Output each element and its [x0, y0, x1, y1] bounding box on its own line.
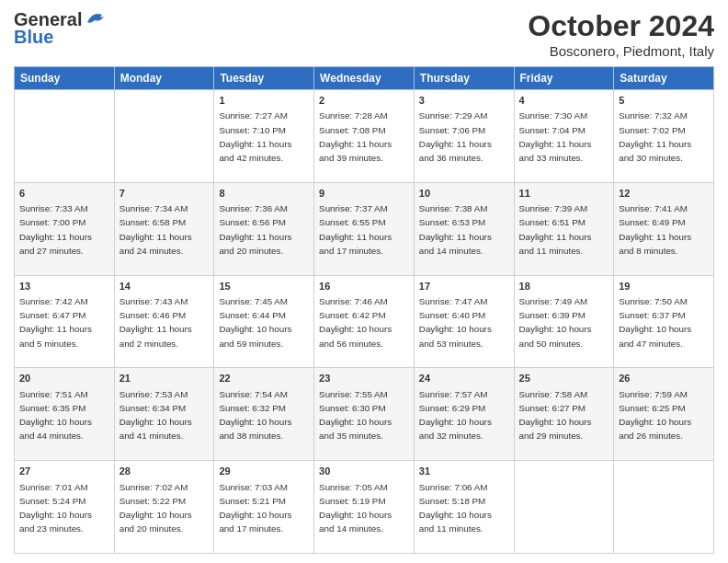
- day-number: 12: [619, 187, 709, 201]
- day-number: 14: [119, 280, 210, 293]
- table-cell: 23 Sunrise: 7:55 AMSunset: 6:30 PMDaylig…: [314, 368, 415, 461]
- location: Bosconero, Piedmont, Italy: [528, 43, 714, 59]
- day-info: Sunrise: 7:54 AMSunset: 6:32 PMDaylight:…: [219, 389, 291, 442]
- day-number: 2: [319, 94, 409, 108]
- day-info: Sunrise: 7:33 AMSunset: 7:00 PMDaylight:…: [19, 203, 92, 256]
- table-cell: 17 Sunrise: 7:47 AMSunset: 6:40 PMDaylig…: [414, 275, 514, 368]
- day-info: Sunrise: 7:05 AMSunset: 5:19 PMDaylight:…: [319, 482, 392, 534]
- day-number: 11: [519, 187, 609, 201]
- logo-bird-icon: [84, 9, 109, 28]
- month-title: October 2024: [528, 9, 714, 43]
- logo: General Blue: [14, 9, 109, 48]
- day-number: 16: [319, 280, 409, 293]
- table-cell: [614, 461, 714, 554]
- calendar-week-row: 20 Sunrise: 7:51 AMSunset: 6:35 PMDaylig…: [15, 368, 714, 461]
- day-number: 1: [219, 94, 309, 108]
- day-info: Sunrise: 7:43 AMSunset: 6:46 PMDaylight:…: [119, 296, 192, 349]
- table-cell: 7 Sunrise: 7:34 AMSunset: 6:58 PMDayligh…: [114, 182, 214, 275]
- day-info: Sunrise: 7:59 AMSunset: 6:25 PMDaylight:…: [619, 389, 691, 442]
- day-number: 15: [219, 280, 309, 293]
- day-number: 19: [619, 280, 709, 293]
- day-info: Sunrise: 7:06 AMSunset: 5:18 PMDaylight:…: [419, 482, 492, 534]
- table-cell: [15, 90, 115, 183]
- day-info: Sunrise: 7:02 AMSunset: 5:22 PMDaylight:…: [119, 482, 192, 534]
- table-cell: 26 Sunrise: 7:59 AMSunset: 6:25 PMDaylig…: [614, 368, 714, 461]
- table-cell: 9 Sunrise: 7:37 AMSunset: 6:55 PMDayligh…: [314, 182, 415, 275]
- day-info: Sunrise: 7:53 AMSunset: 6:34 PMDaylight:…: [119, 389, 192, 442]
- day-number: 5: [619, 94, 709, 108]
- table-cell: 11 Sunrise: 7:39 AMSunset: 6:51 PMDaylig…: [514, 182, 614, 275]
- day-info: Sunrise: 7:01 AMSunset: 5:24 PMDaylight:…: [19, 482, 92, 534]
- table-cell: 16 Sunrise: 7:46 AMSunset: 6:42 PMDaylig…: [314, 275, 415, 368]
- day-number: 20: [19, 372, 109, 385]
- table-cell: 19 Sunrise: 7:50 AMSunset: 6:37 PMDaylig…: [614, 275, 714, 368]
- day-number: 6: [19, 187, 109, 201]
- calendar-week-row: 6 Sunrise: 7:33 AMSunset: 7:00 PMDayligh…: [15, 182, 714, 275]
- col-monday: Monday: [114, 67, 214, 90]
- day-info: Sunrise: 7:39 AMSunset: 6:51 PMDaylight:…: [519, 203, 592, 256]
- calendar-header-row: Sunday Monday Tuesday Wednesday Thursday…: [15, 67, 714, 90]
- table-cell: 22 Sunrise: 7:54 AMSunset: 6:32 PMDaylig…: [214, 368, 314, 461]
- day-number: 29: [219, 465, 309, 478]
- table-cell: 1 Sunrise: 7:27 AMSunset: 7:10 PMDayligh…: [214, 90, 314, 183]
- day-number: 26: [619, 372, 709, 385]
- col-thursday: Thursday: [414, 67, 514, 90]
- day-info: Sunrise: 7:42 AMSunset: 6:47 PMDaylight:…: [19, 296, 92, 349]
- day-info: Sunrise: 7:55 AMSunset: 6:30 PMDaylight:…: [319, 389, 392, 442]
- table-cell: 8 Sunrise: 7:36 AMSunset: 6:56 PMDayligh…: [214, 182, 314, 275]
- table-cell: [514, 461, 614, 554]
- table-cell: 29 Sunrise: 7:03 AMSunset: 5:21 PMDaylig…: [214, 461, 314, 554]
- col-friday: Friday: [514, 67, 614, 90]
- day-info: Sunrise: 7:58 AMSunset: 6:27 PMDaylight:…: [519, 389, 592, 442]
- day-number: 7: [119, 187, 210, 201]
- table-cell: 18 Sunrise: 7:49 AMSunset: 6:39 PMDaylig…: [514, 275, 614, 368]
- day-info: Sunrise: 7:03 AMSunset: 5:21 PMDaylight:…: [219, 482, 291, 534]
- table-cell: [114, 90, 214, 183]
- table-cell: 31 Sunrise: 7:06 AMSunset: 5:18 PMDaylig…: [414, 461, 514, 554]
- day-info: Sunrise: 7:34 AMSunset: 6:58 PMDaylight:…: [119, 203, 192, 256]
- day-number: 21: [119, 372, 210, 385]
- table-cell: 21 Sunrise: 7:53 AMSunset: 6:34 PMDaylig…: [114, 368, 214, 461]
- day-info: Sunrise: 7:27 AMSunset: 7:10 PMDaylight:…: [219, 110, 291, 163]
- table-cell: 15 Sunrise: 7:45 AMSunset: 6:44 PMDaylig…: [214, 275, 314, 368]
- day-number: 9: [319, 187, 409, 201]
- table-cell: 30 Sunrise: 7:05 AMSunset: 5:19 PMDaylig…: [314, 461, 415, 554]
- table-cell: 14 Sunrise: 7:43 AMSunset: 6:46 PMDaylig…: [114, 275, 214, 368]
- day-number: 8: [219, 187, 309, 201]
- day-number: 24: [419, 372, 509, 385]
- day-info: Sunrise: 7:46 AMSunset: 6:42 PMDaylight:…: [319, 296, 392, 349]
- day-number: 25: [519, 372, 609, 385]
- table-cell: 24 Sunrise: 7:57 AMSunset: 6:29 PMDaylig…: [414, 368, 514, 461]
- day-info: Sunrise: 7:45 AMSunset: 6:44 PMDaylight:…: [219, 296, 291, 349]
- day-info: Sunrise: 7:29 AMSunset: 7:06 PMDaylight:…: [419, 110, 492, 163]
- col-tuesday: Tuesday: [214, 67, 314, 90]
- page: General Blue October 2024 Bosconero, Pie…: [0, 0, 728, 563]
- day-number: 3: [419, 94, 509, 108]
- table-cell: 10 Sunrise: 7:38 AMSunset: 6:53 PMDaylig…: [414, 182, 514, 275]
- day-info: Sunrise: 7:50 AMSunset: 6:37 PMDaylight:…: [619, 296, 691, 349]
- day-number: 30: [319, 465, 409, 478]
- col-sunday: Sunday: [15, 67, 115, 90]
- logo-blue: Blue: [14, 27, 53, 48]
- table-cell: 4 Sunrise: 7:30 AMSunset: 7:04 PMDayligh…: [514, 90, 614, 183]
- day-number: 22: [219, 372, 309, 385]
- col-wednesday: Wednesday: [314, 67, 415, 90]
- day-info: Sunrise: 7:37 AMSunset: 6:55 PMDaylight:…: [319, 203, 392, 256]
- table-cell: 25 Sunrise: 7:58 AMSunset: 6:27 PMDaylig…: [514, 368, 614, 461]
- day-number: 18: [519, 280, 609, 293]
- day-info: Sunrise: 7:47 AMSunset: 6:40 PMDaylight:…: [419, 296, 492, 349]
- day-number: 4: [519, 94, 609, 108]
- day-info: Sunrise: 7:38 AMSunset: 6:53 PMDaylight:…: [419, 203, 492, 256]
- day-info: Sunrise: 7:32 AMSunset: 7:02 PMDaylight:…: [619, 110, 691, 163]
- day-info: Sunrise: 7:49 AMSunset: 6:39 PMDaylight:…: [519, 296, 592, 349]
- day-info: Sunrise: 7:51 AMSunset: 6:35 PMDaylight:…: [19, 389, 92, 442]
- calendar-week-row: 1 Sunrise: 7:27 AMSunset: 7:10 PMDayligh…: [15, 90, 714, 183]
- calendar-week-row: 13 Sunrise: 7:42 AMSunset: 6:47 PMDaylig…: [15, 275, 714, 368]
- day-info: Sunrise: 7:57 AMSunset: 6:29 PMDaylight:…: [419, 389, 492, 442]
- day-number: 17: [419, 280, 509, 293]
- day-info: Sunrise: 7:41 AMSunset: 6:49 PMDaylight:…: [619, 203, 691, 256]
- table-cell: 20 Sunrise: 7:51 AMSunset: 6:35 PMDaylig…: [15, 368, 115, 461]
- day-info: Sunrise: 7:28 AMSunset: 7:08 PMDaylight:…: [319, 110, 392, 163]
- table-cell: 27 Sunrise: 7:01 AMSunset: 5:24 PMDaylig…: [15, 461, 115, 554]
- calendar-table: Sunday Monday Tuesday Wednesday Thursday…: [14, 66, 714, 554]
